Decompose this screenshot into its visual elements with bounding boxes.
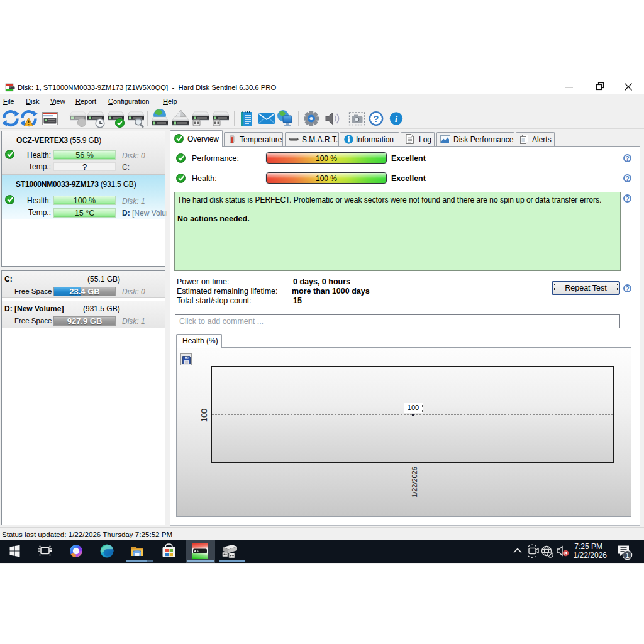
svg-text:1/22/2026: 1/22/2026 [574,551,608,560]
svg-text:1: 1 [625,552,629,559]
svg-text:i: i [395,113,398,124]
svg-text:7:25 PM: 7:25 PM [574,542,602,551]
svg-text:?: ? [374,114,379,124]
